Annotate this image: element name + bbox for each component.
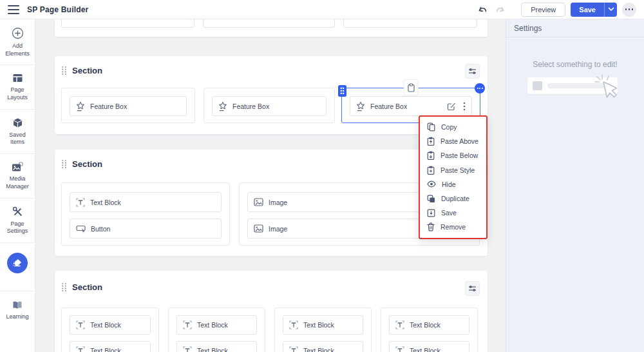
undo-icon[interactable] — [476, 3, 489, 16]
context-menu-item-duplicate[interactable]: Duplicate — [420, 191, 486, 206]
context-menu-item-paste-below[interactable]: Paste Below — [420, 148, 486, 162]
section[interactable]: Section Text Block Text Block — [55, 271, 488, 352]
drag-handle-icon[interactable] — [61, 282, 67, 292]
element-button[interactable]: Button — [70, 219, 222, 239]
sidebar-item-saved-items[interactable]: Saved Items — [0, 110, 35, 154]
text-block-icon — [395, 346, 404, 352]
context-menu-label: Paste Above — [440, 137, 478, 145]
element-label: Text Block — [90, 347, 121, 352]
context-menu-label: Hide — [442, 181, 456, 188]
element-text-block[interactable]: Text Block — [176, 341, 257, 352]
hamburger-menu-icon[interactable] — [8, 5, 19, 14]
text-block-icon — [289, 346, 298, 352]
element-partial[interactable] — [343, 19, 477, 28]
column[interactable]: Text Block Button — [61, 182, 230, 246]
settings-panel: Settings Select something to edit! — [506, 19, 644, 352]
context-menu-label: Duplicate — [441, 195, 469, 202]
sidebar-item-learning[interactable]: Learning — [0, 291, 35, 328]
save-button-label[interactable]: Save — [571, 3, 604, 17]
element-label: Button — [91, 225, 110, 233]
element-text-block[interactable]: Text Block — [70, 341, 151, 352]
vertical-ellipsis-icon[interactable] — [463, 102, 466, 111]
column[interactable]: Feature Box — [204, 88, 335, 123]
redo-icon[interactable] — [494, 3, 507, 16]
element-feature-box[interactable]: Feature Box — [70, 96, 187, 116]
element-partial[interactable] — [203, 19, 335, 28]
clear-page-button[interactable] — [7, 253, 28, 273]
section-options-button[interactable] — [465, 64, 480, 79]
cube-icon — [1, 117, 33, 128]
context-menu-label: Remove — [440, 223, 466, 231]
context-menu-item-paste-style[interactable]: Paste Style — [420, 163, 486, 177]
section-options-button[interactable] — [465, 281, 480, 296]
trash-icon — [427, 222, 435, 231]
skeleton-square — [533, 81, 542, 90]
element-label: Feature Box — [90, 103, 127, 110]
cursor-illustration — [593, 73, 624, 105]
element-label: Text Block — [197, 321, 228, 329]
sidebar-label: Media Manager — [1, 175, 33, 190]
tools-icon — [1, 206, 33, 217]
brush-icon — [12, 258, 23, 268]
sidebar-item-add-elements[interactable]: Add Elements — [0, 19, 35, 65]
column-drag-handle[interactable] — [338, 85, 346, 97]
element-text-block[interactable]: Text Block — [389, 341, 469, 352]
edit-icon[interactable] — [447, 102, 456, 111]
sidebar-item-page-settings[interactable]: Page Settings — [0, 199, 35, 243]
eye-icon — [427, 181, 436, 188]
text-block-icon — [76, 320, 85, 329]
element-label: Image — [269, 199, 287, 206]
element-text-block[interactable]: Text Block — [283, 341, 363, 352]
element-label: Image — [269, 225, 287, 233]
sidebar-item-media-manager[interactable]: Media Manager — [0, 154, 35, 198]
element-label: Text Block — [303, 321, 334, 329]
context-menu-label: Copy — [441, 123, 457, 131]
sidebar-label: Learning — [1, 313, 33, 321]
element-text-block[interactable]: Text Block — [389, 315, 469, 335]
column[interactable]: Text Block Text Block — [274, 308, 372, 352]
context-menu-item-paste-above[interactable]: Paste Above — [420, 134, 486, 148]
preview-button[interactable]: Preview — [521, 3, 565, 17]
column-options-button[interactable] — [475, 83, 485, 93]
element-label: Feature Box — [232, 103, 269, 110]
star-icon — [218, 101, 227, 112]
text-block-icon — [76, 346, 85, 352]
element-label: Feature Box — [370, 103, 407, 110]
text-block-icon — [183, 320, 192, 329]
element-text-block[interactable]: Text Block — [70, 315, 151, 335]
app-title: SP Page Builder — [27, 5, 88, 14]
column[interactable]: Text Block Text Block — [381, 308, 478, 352]
column[interactable]: Text Block Text Block — [168, 308, 265, 352]
element-feature-box-selected[interactable]: Feature Box — [350, 96, 472, 116]
book-icon — [1, 300, 33, 310]
builder-canvas: Section Feature Box Feature Box — [35, 19, 506, 352]
clipboard-up-icon — [427, 137, 435, 146]
cursor-arrow-icon — [603, 82, 617, 97]
paste-indicator-button[interactable] — [404, 80, 418, 95]
save-button[interactable]: Save — [571, 3, 617, 17]
element-text-block[interactable]: Text Block — [70, 192, 222, 212]
element-partial[interactable] — [61, 19, 194, 28]
element-text-block[interactable]: Text Block — [283, 315, 363, 335]
section-title: Section — [72, 66, 102, 75]
drag-handle-icon[interactable] — [61, 66, 67, 75]
text-block-icon — [289, 320, 298, 329]
sidebar-label: Saved Items — [1, 132, 33, 146]
topbar: SP Page Builder Preview Save — [0, 0, 644, 19]
column[interactable]: Feature Box — [61, 88, 195, 123]
element-label: Text Block — [410, 321, 440, 329]
column[interactable]: Text Block Text Block — [61, 308, 159, 352]
context-menu-item-hide[interactable]: Hide — [420, 177, 486, 191]
context-menu-item-save[interactable]: Save — [420, 206, 486, 220]
element-label: Text Block — [90, 321, 121, 329]
left-sidebar: Add Elements Page Layouts Saved Items Me… — [0, 19, 35, 352]
element-feature-box[interactable]: Feature Box — [212, 96, 327, 116]
context-menu-item-copy[interactable]: Copy — [420, 120, 486, 134]
save-dropdown-chevron-icon[interactable] — [604, 3, 617, 17]
more-options-button[interactable] — [622, 3, 636, 17]
element-text-block[interactable]: Text Block — [176, 315, 257, 335]
context-menu-item-remove[interactable]: Remove — [420, 220, 486, 234]
empty-state-message: Select something to edit! — [506, 60, 644, 69]
drag-handle-icon[interactable] — [61, 159, 67, 169]
sidebar-item-page-layouts[interactable]: Page Layouts — [0, 65, 35, 109]
